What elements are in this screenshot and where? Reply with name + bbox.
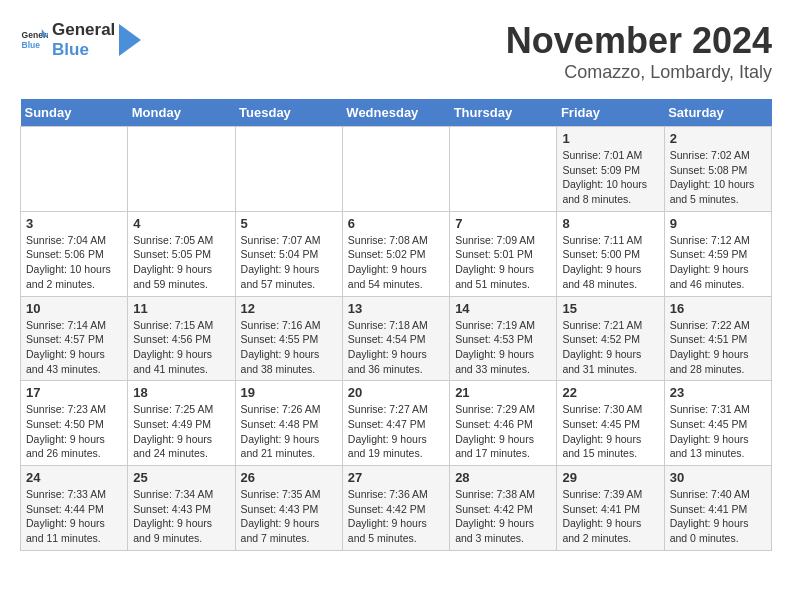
weekday-header-friday: Friday <box>557 99 664 127</box>
calendar-cell <box>21 127 128 212</box>
calendar-cell: 19Sunrise: 7:26 AM Sunset: 4:48 PM Dayli… <box>235 381 342 466</box>
calendar-week-row: 3Sunrise: 7:04 AM Sunset: 5:06 PM Daylig… <box>21 211 772 296</box>
day-info: Sunrise: 7:14 AM Sunset: 4:57 PM Dayligh… <box>26 318 122 377</box>
day-number: 8 <box>562 216 658 231</box>
day-info: Sunrise: 7:18 AM Sunset: 4:54 PM Dayligh… <box>348 318 444 377</box>
calendar-body: 1Sunrise: 7:01 AM Sunset: 5:09 PM Daylig… <box>21 127 772 551</box>
logo-general-text: General <box>52 20 115 40</box>
calendar-cell: 25Sunrise: 7:34 AM Sunset: 4:43 PM Dayli… <box>128 466 235 551</box>
day-info: Sunrise: 7:21 AM Sunset: 4:52 PM Dayligh… <box>562 318 658 377</box>
day-number: 18 <box>133 385 229 400</box>
day-info: Sunrise: 7:34 AM Sunset: 4:43 PM Dayligh… <box>133 487 229 546</box>
day-number: 29 <box>562 470 658 485</box>
calendar-cell: 16Sunrise: 7:22 AM Sunset: 4:51 PM Dayli… <box>664 296 771 381</box>
weekday-header-thursday: Thursday <box>450 99 557 127</box>
day-info: Sunrise: 7:25 AM Sunset: 4:49 PM Dayligh… <box>133 402 229 461</box>
day-number: 16 <box>670 301 766 316</box>
calendar-week-row: 24Sunrise: 7:33 AM Sunset: 4:44 PM Dayli… <box>21 466 772 551</box>
day-info: Sunrise: 7:01 AM Sunset: 5:09 PM Dayligh… <box>562 148 658 207</box>
day-info: Sunrise: 7:02 AM Sunset: 5:08 PM Dayligh… <box>670 148 766 207</box>
day-number: 30 <box>670 470 766 485</box>
calendar-cell: 10Sunrise: 7:14 AM Sunset: 4:57 PM Dayli… <box>21 296 128 381</box>
day-number: 21 <box>455 385 551 400</box>
day-info: Sunrise: 7:30 AM Sunset: 4:45 PM Dayligh… <box>562 402 658 461</box>
calendar-cell: 21Sunrise: 7:29 AM Sunset: 4:46 PM Dayli… <box>450 381 557 466</box>
day-info: Sunrise: 7:22 AM Sunset: 4:51 PM Dayligh… <box>670 318 766 377</box>
day-number: 28 <box>455 470 551 485</box>
day-info: Sunrise: 7:23 AM Sunset: 4:50 PM Dayligh… <box>26 402 122 461</box>
day-number: 15 <box>562 301 658 316</box>
calendar-cell: 11Sunrise: 7:15 AM Sunset: 4:56 PM Dayli… <box>128 296 235 381</box>
calendar-cell: 2Sunrise: 7:02 AM Sunset: 5:08 PM Daylig… <box>664 127 771 212</box>
calendar-cell: 8Sunrise: 7:11 AM Sunset: 5:00 PM Daylig… <box>557 211 664 296</box>
calendar-cell: 23Sunrise: 7:31 AM Sunset: 4:45 PM Dayli… <box>664 381 771 466</box>
calendar-week-row: 1Sunrise: 7:01 AM Sunset: 5:09 PM Daylig… <box>21 127 772 212</box>
day-number: 1 <box>562 131 658 146</box>
day-info: Sunrise: 7:08 AM Sunset: 5:02 PM Dayligh… <box>348 233 444 292</box>
calendar-cell: 5Sunrise: 7:07 AM Sunset: 5:04 PM Daylig… <box>235 211 342 296</box>
calendar-table: SundayMondayTuesdayWednesdayThursdayFrid… <box>20 99 772 551</box>
day-number: 17 <box>26 385 122 400</box>
day-info: Sunrise: 7:38 AM Sunset: 4:42 PM Dayligh… <box>455 487 551 546</box>
weekday-header-sunday: Sunday <box>21 99 128 127</box>
day-number: 13 <box>348 301 444 316</box>
day-number: 11 <box>133 301 229 316</box>
day-number: 4 <box>133 216 229 231</box>
calendar-cell <box>128 127 235 212</box>
calendar-cell: 26Sunrise: 7:35 AM Sunset: 4:43 PM Dayli… <box>235 466 342 551</box>
calendar-cell <box>235 127 342 212</box>
calendar-cell: 24Sunrise: 7:33 AM Sunset: 4:44 PM Dayli… <box>21 466 128 551</box>
calendar-cell: 1Sunrise: 7:01 AM Sunset: 5:09 PM Daylig… <box>557 127 664 212</box>
calendar-cell: 6Sunrise: 7:08 AM Sunset: 5:02 PM Daylig… <box>342 211 449 296</box>
calendar-cell: 29Sunrise: 7:39 AM Sunset: 4:41 PM Dayli… <box>557 466 664 551</box>
header: General Blue General Blue November 2024 … <box>20 20 772 83</box>
calendar-cell: 7Sunrise: 7:09 AM Sunset: 5:01 PM Daylig… <box>450 211 557 296</box>
day-number: 12 <box>241 301 337 316</box>
weekday-header-tuesday: Tuesday <box>235 99 342 127</box>
day-info: Sunrise: 7:33 AM Sunset: 4:44 PM Dayligh… <box>26 487 122 546</box>
day-info: Sunrise: 7:09 AM Sunset: 5:01 PM Dayligh… <box>455 233 551 292</box>
calendar-cell: 12Sunrise: 7:16 AM Sunset: 4:55 PM Dayli… <box>235 296 342 381</box>
day-info: Sunrise: 7:07 AM Sunset: 5:04 PM Dayligh… <box>241 233 337 292</box>
title-area: November 2024 Comazzo, Lombardy, Italy <box>506 20 772 83</box>
calendar-cell: 17Sunrise: 7:23 AM Sunset: 4:50 PM Dayli… <box>21 381 128 466</box>
calendar-cell: 20Sunrise: 7:27 AM Sunset: 4:47 PM Dayli… <box>342 381 449 466</box>
weekday-header-row: SundayMondayTuesdayWednesdayThursdayFrid… <box>21 99 772 127</box>
calendar-cell: 15Sunrise: 7:21 AM Sunset: 4:52 PM Dayli… <box>557 296 664 381</box>
day-info: Sunrise: 7:05 AM Sunset: 5:05 PM Dayligh… <box>133 233 229 292</box>
day-number: 19 <box>241 385 337 400</box>
day-info: Sunrise: 7:27 AM Sunset: 4:47 PM Dayligh… <box>348 402 444 461</box>
month-year-title: November 2024 <box>506 20 772 62</box>
day-number: 20 <box>348 385 444 400</box>
logo-arrow-icon <box>119 24 141 56</box>
location-subtitle: Comazzo, Lombardy, Italy <box>506 62 772 83</box>
day-number: 3 <box>26 216 122 231</box>
calendar-cell: 30Sunrise: 7:40 AM Sunset: 4:41 PM Dayli… <box>664 466 771 551</box>
day-number: 2 <box>670 131 766 146</box>
calendar-week-row: 10Sunrise: 7:14 AM Sunset: 4:57 PM Dayli… <box>21 296 772 381</box>
day-info: Sunrise: 7:12 AM Sunset: 4:59 PM Dayligh… <box>670 233 766 292</box>
day-number: 22 <box>562 385 658 400</box>
day-number: 26 <box>241 470 337 485</box>
calendar-cell: 27Sunrise: 7:36 AM Sunset: 4:42 PM Dayli… <box>342 466 449 551</box>
day-number: 27 <box>348 470 444 485</box>
weekday-header-saturday: Saturday <box>664 99 771 127</box>
svg-marker-3 <box>119 24 141 56</box>
day-number: 9 <box>670 216 766 231</box>
weekday-header-monday: Monday <box>128 99 235 127</box>
day-number: 25 <box>133 470 229 485</box>
day-info: Sunrise: 7:40 AM Sunset: 4:41 PM Dayligh… <box>670 487 766 546</box>
day-info: Sunrise: 7:26 AM Sunset: 4:48 PM Dayligh… <box>241 402 337 461</box>
calendar-cell: 9Sunrise: 7:12 AM Sunset: 4:59 PM Daylig… <box>664 211 771 296</box>
calendar-cell: 3Sunrise: 7:04 AM Sunset: 5:06 PM Daylig… <box>21 211 128 296</box>
day-info: Sunrise: 7:19 AM Sunset: 4:53 PM Dayligh… <box>455 318 551 377</box>
logo: General Blue General Blue <box>20 20 141 61</box>
calendar-header: SundayMondayTuesdayWednesdayThursdayFrid… <box>21 99 772 127</box>
logo-blue-text: Blue <box>52 40 115 60</box>
calendar-cell: 18Sunrise: 7:25 AM Sunset: 4:49 PM Dayli… <box>128 381 235 466</box>
day-number: 10 <box>26 301 122 316</box>
day-info: Sunrise: 7:15 AM Sunset: 4:56 PM Dayligh… <box>133 318 229 377</box>
day-info: Sunrise: 7:31 AM Sunset: 4:45 PM Dayligh… <box>670 402 766 461</box>
day-number: 5 <box>241 216 337 231</box>
day-info: Sunrise: 7:35 AM Sunset: 4:43 PM Dayligh… <box>241 487 337 546</box>
